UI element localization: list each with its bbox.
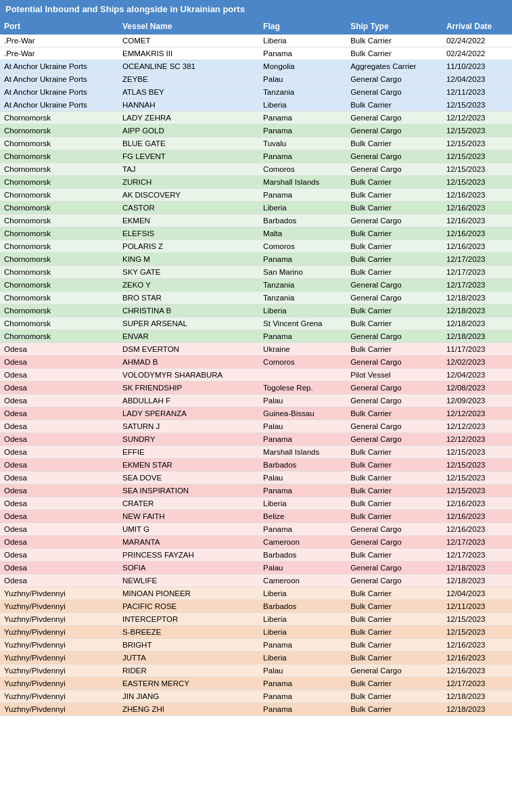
cell-vessel: EFFIE bbox=[118, 446, 259, 459]
table-row: Yuzhny/PivdennyiPACIFIC ROSEBarbadosBulk… bbox=[0, 600, 512, 613]
cell-flag: Tuvalu bbox=[259, 137, 346, 150]
cell-port: Chornomorsk bbox=[0, 176, 118, 189]
cell-flag: Tanzania bbox=[259, 86, 346, 99]
table-row: Yuzhny/PivdennyiBRIGHTPanamaBulk Carrier… bbox=[0, 639, 512, 652]
cell-date: 12/15/2023 bbox=[442, 446, 512, 459]
cell-type: General Cargo bbox=[346, 215, 442, 227]
cell-vessel: SEA INSPIRATION bbox=[118, 484, 259, 497]
cell-port: At Anchor Ukraine Ports bbox=[0, 86, 118, 99]
cell-type: Bulk Carrier bbox=[346, 202, 442, 215]
cell-port: Odesa bbox=[0, 497, 118, 510]
table-row: Yuzhny/PivdennyiMINOAN PIONEERLiberiaBul… bbox=[0, 587, 512, 600]
cell-vessel: TAJ bbox=[118, 163, 259, 176]
cell-port: At Anchor Ukraine Ports bbox=[0, 60, 118, 73]
cell-flag: Guinea-Bissau bbox=[259, 407, 346, 420]
cell-date: 12/15/2023 bbox=[442, 176, 512, 189]
table-row: OdesaUMIT GPanamaGeneral Cargo12/16/2023 bbox=[0, 523, 512, 536]
cell-port: Chornomorsk bbox=[0, 292, 118, 304]
cell-port: Yuzhny/Pivdennyi bbox=[0, 703, 118, 716]
cell-port: Odesa bbox=[0, 356, 118, 369]
table-row: ChornomorskAIPP GOLDPanamaGeneral Cargo1… bbox=[0, 125, 512, 137]
cell-date: 12/15/2023 bbox=[442, 459, 512, 472]
cell-type: Bulk Carrier bbox=[346, 35, 442, 47]
cell-port: Odesa bbox=[0, 343, 118, 356]
cell-type: Bulk Carrier bbox=[346, 703, 442, 716]
table-row: ChornomorskPOLARIS ZComorosBulk Carrier1… bbox=[0, 240, 512, 253]
table-row: OdesaSOFIAPalauGeneral Cargo12/18/2023 bbox=[0, 562, 512, 574]
cell-flag: Panama bbox=[259, 639, 346, 652]
cell-type: General Cargo bbox=[346, 536, 442, 549]
cell-port: Yuzhny/Pivdennyi bbox=[0, 664, 118, 677]
cell-date: 02/24/2022 bbox=[442, 47, 512, 60]
cell-date: 12/17/2023 bbox=[442, 536, 512, 549]
cell-vessel: SEA DOVE bbox=[118, 472, 259, 484]
cell-vessel: PACIFIC ROSE bbox=[118, 600, 259, 613]
cell-port: Chornomorsk bbox=[0, 279, 118, 292]
table-row: ChornomorskELEFSISMaltaBulk Carrier12/16… bbox=[0, 227, 512, 240]
cell-flag: Palau bbox=[259, 562, 346, 574]
cell-port: Odesa bbox=[0, 459, 118, 472]
cell-date: 12/15/2023 bbox=[442, 150, 512, 163]
cell-port: Odesa bbox=[0, 536, 118, 549]
cell-port: Chornomorsk bbox=[0, 253, 118, 266]
cell-flag: Barbados bbox=[259, 549, 346, 562]
cell-vessel: LADY ZEHRA bbox=[118, 112, 259, 125]
cell-flag: Panama bbox=[259, 523, 346, 536]
cell-date: 12/15/2023 bbox=[442, 163, 512, 176]
cell-port: Yuzhny/Pivdennyi bbox=[0, 652, 118, 664]
cell-vessel: HANNAH bbox=[118, 99, 259, 112]
cell-flag: Comoros bbox=[259, 163, 346, 176]
cell-port: Yuzhny/Pivdennyi bbox=[0, 600, 118, 613]
cell-port: Chornomorsk bbox=[0, 137, 118, 150]
table-row: ChornomorskEKMENBarbadosGeneral Cargo12/… bbox=[0, 215, 512, 227]
col-vessel: Vessel Name bbox=[118, 18, 259, 35]
cell-date: 11/10/2023 bbox=[442, 60, 512, 73]
cell-type: Bulk Carrier bbox=[346, 677, 442, 690]
cell-port: Odesa bbox=[0, 446, 118, 459]
cell-flag: Comoros bbox=[259, 356, 346, 369]
table-row: ChornomorskCASTORLiberiaBulk Carrier12/1… bbox=[0, 202, 512, 215]
cell-vessel: KING M bbox=[118, 253, 259, 266]
cell-vessel: LADY SPERANZA bbox=[118, 407, 259, 420]
cell-type: General Cargo bbox=[346, 523, 442, 536]
cell-type: Bulk Carrier bbox=[346, 343, 442, 356]
cell-vessel: DSM EVERTON bbox=[118, 343, 259, 356]
cell-date: 12/15/2023 bbox=[442, 484, 512, 497]
cell-port: Odesa bbox=[0, 523, 118, 536]
table-row: OdesaSEA DOVEPalauBulk Carrier12/15/2023 bbox=[0, 472, 512, 484]
cell-flag: St Vincent Grena bbox=[259, 317, 346, 330]
cell-date: 12/02/2023 bbox=[442, 356, 512, 369]
cell-type: General Cargo bbox=[346, 73, 442, 86]
cell-vessel: JIN JIANG bbox=[118, 690, 259, 703]
cell-date: 12/15/2023 bbox=[442, 137, 512, 150]
ships-table: Port Vessel Name Flag Ship Type Arrival … bbox=[0, 18, 512, 716]
cell-type: General Cargo bbox=[346, 356, 442, 369]
cell-port: Chornomorsk bbox=[0, 304, 118, 317]
cell-vessel: ENVAR bbox=[118, 330, 259, 343]
cell-date: 12/17/2023 bbox=[442, 266, 512, 279]
table-row: ChornomorskBLUE GATETuvaluBulk Carrier12… bbox=[0, 137, 512, 150]
cell-flag: Barbados bbox=[259, 215, 346, 227]
cell-date: 12/15/2023 bbox=[442, 125, 512, 137]
table-row: Yuzhny/PivdennyiS-BREEZELiberiaBulk Carr… bbox=[0, 626, 512, 639]
cell-flag: Liberia bbox=[259, 202, 346, 215]
cell-type: Bulk Carrier bbox=[346, 227, 442, 240]
cell-type: Bulk Carrier bbox=[346, 549, 442, 562]
table-row: At Anchor Ukraine PortsOCEANLINE SC 381M… bbox=[0, 60, 512, 73]
cell-port: Chornomorsk bbox=[0, 266, 118, 279]
cell-vessel: ABDULLAH F bbox=[118, 394, 259, 407]
table-row: OdesaMARANTACameroonGeneral Cargo12/17/2… bbox=[0, 536, 512, 549]
cell-port: Chornomorsk bbox=[0, 227, 118, 240]
cell-date: 12/16/2023 bbox=[442, 510, 512, 523]
table-row: OdesaPRINCESS FAYZAHBarbadosBulk Carrier… bbox=[0, 549, 512, 562]
cell-date: 12/04/2023 bbox=[442, 587, 512, 600]
cell-vessel: SK FRIENDSHIP bbox=[118, 382, 259, 394]
table-row: OdesaEFFIEMarshall IslandsBulk Carrier12… bbox=[0, 446, 512, 459]
cell-port: Chornomorsk bbox=[0, 317, 118, 330]
cell-port: Odesa bbox=[0, 484, 118, 497]
cell-port: At Anchor Ukraine Ports bbox=[0, 99, 118, 112]
cell-vessel: ZEYBE bbox=[118, 73, 259, 86]
cell-port: Odesa bbox=[0, 574, 118, 587]
cell-flag: San Marino bbox=[259, 266, 346, 279]
cell-flag: Panama bbox=[259, 433, 346, 446]
